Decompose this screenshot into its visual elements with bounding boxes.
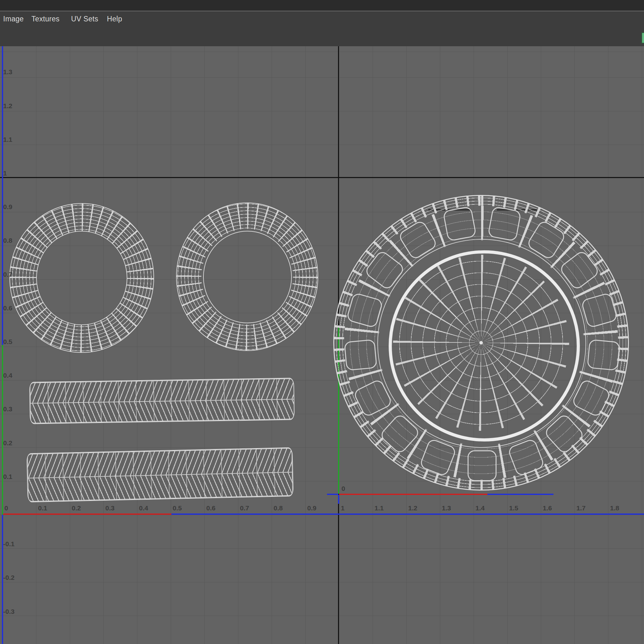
v-axis-label-1.2: 1.2 bbox=[3, 102, 12, 110]
uv-texture-editor-window: Image Textures UV Sets Help bbox=[0, 0, 644, 644]
menu-item-uv-sets[interactable]: UV Sets bbox=[71, 14, 98, 24]
v-axis-green-line bbox=[2, 345, 3, 515]
u-axis-label-0.7: 0.7 bbox=[240, 504, 249, 512]
u-axis-label-0.8: 0.8 bbox=[274, 504, 283, 512]
wheel-spoke-hole bbox=[442, 206, 476, 241]
u-axis-label-0.6: 0.6 bbox=[206, 504, 215, 512]
tile2-blue-tick-horizontal bbox=[327, 494, 338, 495]
v-axis-label-1.1: 1.1 bbox=[3, 136, 12, 143]
v-axis-label-0.8: 0.8 bbox=[3, 237, 12, 244]
u-axis-label-1.1: 1.1 bbox=[375, 504, 384, 512]
v-axis-label--0.2: -0.2 bbox=[3, 574, 14, 581]
tread-chevron-lower bbox=[30, 399, 294, 424]
gridline-v1 bbox=[0, 177, 644, 178]
u-axis-label-1.4: 1.4 bbox=[475, 504, 485, 512]
uv-shell-wheel-rim[interactable] bbox=[333, 195, 629, 491]
torus2-inner-edge bbox=[203, 231, 292, 323]
uv-shell-tread-strip-1[interactable] bbox=[29, 378, 295, 424]
v0-border-blue-line bbox=[171, 514, 644, 515]
u-axis-label-1: 1 bbox=[341, 504, 345, 512]
menu-item-help[interactable]: Help bbox=[107, 14, 122, 24]
u-axis-label-0.3: 0.3 bbox=[105, 504, 114, 512]
wheel-spoke-hole bbox=[468, 450, 497, 481]
u0-border-blue-line-top bbox=[2, 46, 3, 345]
menu-item-textures[interactable]: Textures bbox=[31, 14, 59, 24]
u-axis-red-line bbox=[3, 514, 171, 515]
menu-item-image[interactable]: Image bbox=[3, 14, 24, 24]
v-axis-label-0.6: 0.6 bbox=[3, 304, 12, 312]
u0-border-blue-line-bottom bbox=[2, 515, 3, 644]
u-axis-label-0.1: 0.1 bbox=[38, 504, 47, 512]
window-title-bar bbox=[0, 0, 644, 11]
wheel-spoke-hole bbox=[487, 206, 521, 241]
tile2-u-axis-red-line bbox=[339, 494, 487, 495]
u-axis-label-0: 0 bbox=[4, 504, 8, 512]
v-axis-label-0.9: 0.9 bbox=[3, 203, 12, 211]
v-axis-label-1.3: 1.3 bbox=[3, 68, 12, 76]
wheel-spoke-hole bbox=[344, 339, 377, 371]
torus1-inner-edge bbox=[36, 231, 127, 325]
tile2-border-blue-line bbox=[487, 494, 553, 495]
u-axis-label-1.5: 1.5 bbox=[509, 504, 518, 512]
u-axis-label-0.4: 0.4 bbox=[139, 504, 148, 512]
u-axis-label-1.6: 1.6 bbox=[543, 504, 552, 512]
toolbar-green-swatch-icon[interactable] bbox=[641, 32, 644, 43]
v-axis-label-0.4: 0.4 bbox=[3, 372, 12, 379]
menu-bar: Image Textures UV Sets Help bbox=[0, 11, 644, 46]
v-axis-label-0.1: 0.1 bbox=[3, 473, 12, 480]
u-axis-label-0.9: 0.9 bbox=[307, 504, 316, 512]
u-axis-label-1.3: 1.3 bbox=[442, 504, 451, 512]
u-axis-label-0.2: 0.2 bbox=[72, 504, 81, 512]
v-axis-label--0.1: -0.1 bbox=[3, 540, 14, 548]
v-axis-label--0.3: -0.3 bbox=[3, 608, 14, 615]
u-axis-label-0.5: 0.5 bbox=[173, 504, 182, 512]
u-axis-label-1.8: 1.8 bbox=[610, 504, 619, 512]
u-axis-label-1.7: 1.7 bbox=[576, 504, 586, 512]
v-axis-label-0.2: 0.2 bbox=[3, 439, 12, 447]
wheel-spoke-hole bbox=[587, 339, 620, 371]
uv-shell-tread-strip-2[interactable] bbox=[26, 447, 293, 502]
v-axis-label-0.5: 0.5 bbox=[3, 338, 12, 346]
wheel-radial-web-mesh bbox=[393, 255, 569, 431]
tile2-blue-tick-vertical bbox=[338, 495, 339, 504]
uv-grid-canvas[interactable]: 00.10.20.30.40.50.60.70.80.911.11.21.31.… bbox=[0, 46, 644, 644]
v-axis-label-1: 1 bbox=[3, 169, 7, 177]
v-axis-label-0.3: 0.3 bbox=[3, 405, 12, 413]
u-axis-label-1.2: 1.2 bbox=[408, 504, 417, 512]
